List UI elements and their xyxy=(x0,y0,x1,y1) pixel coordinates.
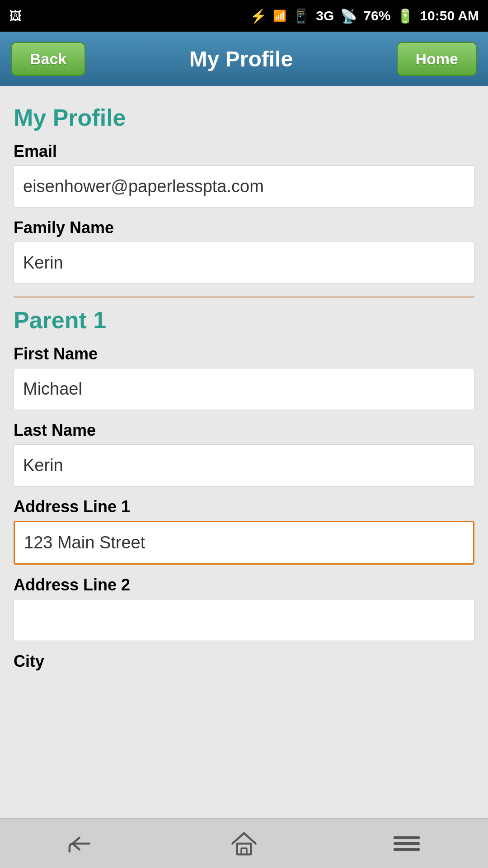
battery-icon: 🔋 xyxy=(397,8,413,24)
family-name-input[interactable] xyxy=(14,242,474,284)
menu-nav-button[interactable] xyxy=(391,830,422,857)
home-icon xyxy=(228,830,260,857)
main-content: My Profile Email Family Name Parent 1 Fi… xyxy=(0,86,488,818)
first-name-label: First Name xyxy=(14,344,474,363)
status-left: 🖼 xyxy=(9,9,22,24)
nfc-icon: 📶 xyxy=(273,9,286,22)
status-bar: 🖼 ⚡ 📶 📱 3G 📡 76% 🔋 10:50 AM xyxy=(0,0,488,32)
section-divider xyxy=(14,297,474,297)
my-profile-title: My Profile xyxy=(14,104,474,131)
back-arrow-icon xyxy=(66,830,97,857)
menu-icon xyxy=(391,830,422,857)
sim-icon: 📱 xyxy=(293,8,310,24)
email-label: Email xyxy=(14,142,474,161)
bluetooth-icon: ⚡ xyxy=(250,8,267,24)
bottom-nav xyxy=(0,818,488,868)
photo-icon: 🖼 xyxy=(9,9,22,24)
home-button[interactable]: Home xyxy=(397,42,477,76)
address-line1-input[interactable] xyxy=(14,521,474,565)
address-line1-label: Address Line 1 xyxy=(14,497,474,516)
wifi-icon: 📡 xyxy=(340,8,357,24)
status-right: ⚡ 📶 📱 3G 📡 76% 🔋 10:50 AM xyxy=(250,8,479,24)
back-button[interactable]: Back xyxy=(11,42,85,76)
city-label: City xyxy=(14,652,474,671)
parent1-title: Parent 1 xyxy=(14,307,474,334)
last-name-label: Last Name xyxy=(14,421,474,440)
last-name-input[interactable] xyxy=(14,444,474,486)
email-input[interactable] xyxy=(14,165,474,208)
back-nav-button[interactable] xyxy=(66,830,97,857)
signal-label: 3G xyxy=(316,8,334,24)
first-name-input[interactable] xyxy=(14,368,474,410)
family-name-label: Family Name xyxy=(14,218,474,237)
nav-title: My Profile xyxy=(85,47,396,71)
nav-bar: Back My Profile Home xyxy=(0,32,488,86)
home-nav-button[interactable] xyxy=(228,830,260,857)
time-label: 10:50 AM xyxy=(420,8,479,24)
address-line2-input[interactable] xyxy=(14,599,474,641)
address-line2-label: Address Line 2 xyxy=(14,576,474,594)
battery-label: 76% xyxy=(363,8,390,24)
